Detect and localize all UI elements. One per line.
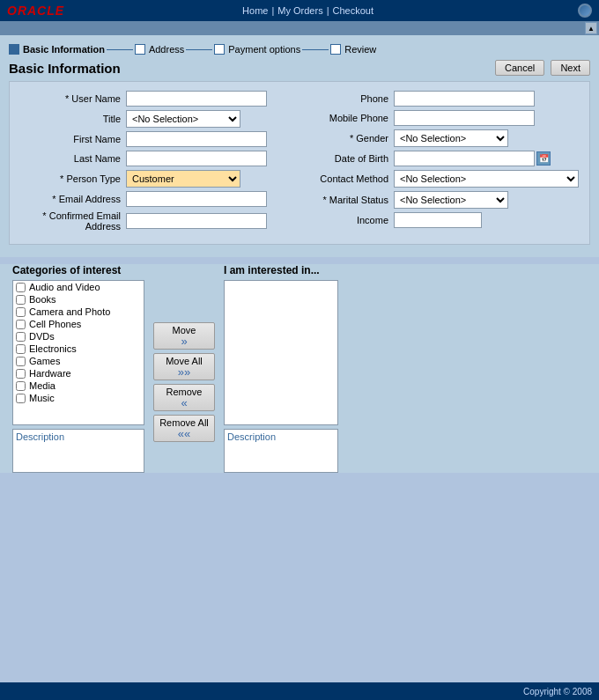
confirmed-email-label: * Confirmed Email Address bbox=[20, 210, 126, 232]
marital-status-select[interactable]: <No Selection> bbox=[394, 191, 508, 209]
dob-label: Date of Birth bbox=[288, 153, 394, 164]
phone-input[interactable] bbox=[394, 91, 535, 107]
gender-label: * Gender bbox=[288, 133, 394, 144]
move-arrow-icon: » bbox=[181, 335, 187, 347]
step-box-address bbox=[135, 44, 145, 55]
email-row: * Email Address bbox=[20, 191, 270, 207]
list-item[interactable]: Music bbox=[13, 392, 144, 404]
phone-row: Phone bbox=[288, 91, 579, 107]
item-checkbox-cell[interactable] bbox=[16, 320, 26, 329]
gender-row: * Gender <No Selection> bbox=[288, 129, 579, 147]
move-all-label: Move All bbox=[166, 356, 203, 366]
item-checkbox-hardware[interactable] bbox=[16, 369, 26, 379]
person-type-row: * Person Type Customer bbox=[20, 170, 270, 188]
gender-select[interactable]: <No Selection> bbox=[394, 129, 508, 147]
cancel-button[interactable]: Cancel bbox=[495, 60, 544, 76]
item-checkbox-books[interactable] bbox=[16, 295, 26, 305]
income-label: Income bbox=[288, 215, 394, 225]
item-checkbox-electronics[interactable] bbox=[16, 344, 26, 354]
oracle-icon bbox=[578, 4, 592, 18]
categories-title: Categories of interest bbox=[12, 264, 144, 276]
item-checkbox-music[interactable] bbox=[16, 394, 26, 403]
remove-all-arrow-icon: «« bbox=[178, 428, 190, 439]
phone-label: Phone bbox=[288, 93, 394, 104]
wizard-step-address[interactable]: Address bbox=[135, 44, 184, 55]
step-label-review: Review bbox=[344, 44, 376, 55]
firstname-row: First Name bbox=[20, 131, 270, 147]
lastname-label: Last Name bbox=[20, 153, 126, 164]
list-item[interactable]: Media bbox=[13, 379, 144, 392]
title-select[interactable]: <No Selection> bbox=[126, 110, 240, 128]
list-item[interactable]: Hardware bbox=[13, 367, 144, 379]
item-checkbox-camera[interactable] bbox=[16, 307, 26, 317]
contact-method-select[interactable]: <No Selection> bbox=[394, 170, 579, 188]
calendar-icon[interactable]: 📅 bbox=[536, 151, 551, 166]
income-input[interactable] bbox=[394, 212, 482, 228]
interested-title: I am interested in... bbox=[224, 264, 347, 276]
step-line-3 bbox=[302, 49, 329, 50]
contact-method-row: Contact Method <No Selection> bbox=[288, 170, 579, 188]
next-button[interactable]: Next bbox=[551, 60, 590, 76]
mobile-phone-input[interactable] bbox=[394, 110, 535, 126]
confirmed-email-input[interactable] bbox=[126, 213, 267, 229]
username-row: * User Name bbox=[20, 91, 270, 107]
oracle-logo: ORACLE bbox=[7, 4, 64, 18]
email-label: * Email Address bbox=[20, 194, 126, 204]
nav-checkout[interactable]: Checkout bbox=[333, 5, 373, 16]
username-label: * User Name bbox=[20, 93, 126, 104]
contact-method-label: Contact Method bbox=[288, 173, 394, 184]
dob-input-wrapper: 📅 bbox=[394, 151, 551, 166]
step-label-basic: Basic Information bbox=[23, 44, 105, 55]
nav-links: Home | My Orders | Checkout bbox=[242, 5, 373, 16]
list-item[interactable]: Games bbox=[13, 355, 144, 367]
list-item[interactable]: Audio and Video bbox=[13, 281, 144, 293]
item-checkbox-dvds[interactable] bbox=[16, 332, 26, 342]
dob-input[interactable] bbox=[394, 151, 535, 166]
list-item[interactable]: Camera and Photo bbox=[13, 306, 144, 318]
list-item[interactable]: Books bbox=[13, 293, 144, 306]
step-box-payment bbox=[214, 44, 225, 55]
copyright-text: Copyright © 2008 bbox=[523, 687, 592, 696]
step-line-1 bbox=[107, 49, 133, 50]
nav-orders[interactable]: My Orders bbox=[277, 5, 322, 16]
move-all-button[interactable]: Move All »» bbox=[153, 353, 215, 380]
dob-row: Date of Birth 📅 bbox=[288, 151, 579, 166]
income-row: Income bbox=[288, 212, 579, 228]
wizard-step-payment[interactable]: Payment options bbox=[214, 44, 300, 55]
confirmed-email-row: * Confirmed Email Address bbox=[20, 210, 270, 232]
form-grid: * User Name Title <No Selection> First N… bbox=[20, 91, 579, 235]
remove-button[interactable]: Remove « bbox=[153, 384, 215, 411]
nav-sep1: | bbox=[271, 5, 274, 16]
remove-all-button[interactable]: Remove All «« bbox=[153, 415, 215, 442]
person-type-label: * Person Type bbox=[20, 173, 126, 184]
main-content: Basic Information Address Payment option… bbox=[0, 35, 599, 257]
bottom-bar: Copyright © 2008 bbox=[0, 682, 599, 700]
wizard-step-review[interactable]: Review bbox=[330, 44, 376, 55]
move-button[interactable]: Move » bbox=[153, 322, 215, 350]
email-input[interactable] bbox=[126, 191, 267, 207]
lastname-input[interactable] bbox=[126, 151, 267, 166]
scroll-top-bar: ▲ bbox=[0, 21, 599, 35]
item-checkbox-games[interactable] bbox=[16, 357, 26, 366]
item-checkbox-media[interactable] bbox=[16, 381, 26, 391]
interested-list-box[interactable] bbox=[224, 280, 338, 425]
wizard-steps: Basic Information Address Payment option… bbox=[9, 41, 590, 56]
move-all-arrow-icon: »» bbox=[178, 366, 190, 378]
list-item[interactable]: Cell Phones bbox=[13, 318, 144, 330]
scroll-up-btn[interactable]: ▲ bbox=[585, 22, 597, 34]
categories-list-box[interactable]: Audio and Video Books Camera and Photo C… bbox=[12, 280, 144, 425]
marital-status-label: * Marital Status bbox=[288, 195, 394, 205]
nav-home[interactable]: Home bbox=[242, 5, 268, 16]
interested-description-label: Description bbox=[225, 430, 337, 444]
remove-arrow-icon: « bbox=[181, 397, 187, 409]
list-item[interactable]: Electronics bbox=[13, 343, 144, 355]
move-buttons-col: Move » Move All »» Remove « Remove All «… bbox=[153, 264, 215, 473]
list-item[interactable]: DVDs bbox=[13, 330, 144, 343]
categories-description-box: Description bbox=[12, 429, 144, 473]
firstname-input[interactable] bbox=[126, 131, 267, 147]
step-label-address: Address bbox=[149, 44, 184, 55]
username-input[interactable] bbox=[126, 91, 267, 107]
person-type-select[interactable]: Customer bbox=[126, 170, 240, 188]
step-label-payment: Payment options bbox=[228, 44, 300, 55]
item-checkbox-audio[interactable] bbox=[16, 283, 26, 292]
